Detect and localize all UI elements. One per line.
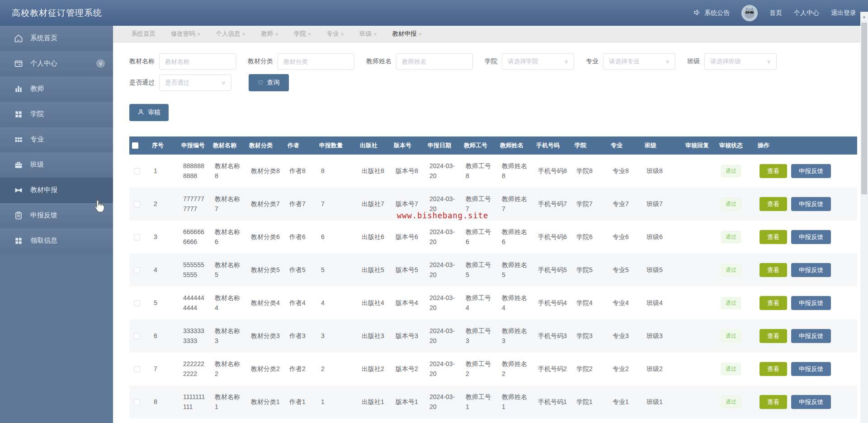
query-button[interactable]: ♡查询 (249, 74, 289, 91)
tab-8[interactable]: 教材申报× (392, 30, 422, 38)
close-icon[interactable]: × (308, 31, 311, 38)
status-badge: 通过 (721, 198, 741, 210)
row-checkbox[interactable] (134, 168, 140, 174)
tab-6[interactable]: 专业× (326, 30, 344, 38)
sidebar-item-8[interactable]: 申报反馈 (0, 203, 113, 228)
close-icon[interactable]: × (340, 31, 344, 38)
sidebar-item-5[interactable]: 专业 (0, 127, 113, 152)
row-checkbox[interactable] (134, 300, 140, 306)
scrollbar[interactable]: ▲ (860, 12, 868, 423)
view-button[interactable]: 查看 (760, 362, 787, 376)
table-row: 81111111111教材名称1教材分类1作者11出版社1版本号12024-03… (129, 385, 857, 418)
sidebar-item-label: 班级 (30, 160, 44, 169)
tab-4[interactable]: 教师× (261, 30, 278, 38)
filter-label: 是否通过 (129, 79, 155, 87)
view-button[interactable]: 查看 (760, 230, 787, 244)
tab-7[interactable]: 班级× (359, 30, 377, 38)
feedback-button[interactable]: 申报反馈 (791, 395, 831, 409)
row-checkbox[interactable] (134, 399, 140, 405)
view-button[interactable]: 查看 (760, 164, 787, 178)
id-card-icon (14, 59, 24, 69)
select-placeholder: 是否通过 (165, 79, 189, 87)
close-icon[interactable]: × (275, 31, 278, 38)
sidebar-item-3[interactable]: 教师 (0, 76, 113, 102)
sidebar-item-9[interactable]: 领取信息 (0, 228, 113, 254)
teacher-name-input[interactable] (396, 53, 473, 70)
cell-major: 专业7 (608, 188, 642, 221)
close-icon[interactable]: × (197, 31, 201, 38)
feedback-button[interactable]: 申报反馈 (791, 362, 831, 376)
chevron-down-icon[interactable]: ∨ (96, 59, 105, 68)
cell-reply (683, 254, 717, 287)
avatar[interactable] (741, 5, 758, 21)
cell-author: 作者7 (285, 188, 316, 221)
major-select[interactable]: 请选择专业∨ (603, 53, 675, 70)
cell-version: 版本号6 (391, 221, 425, 254)
cell-teacher-id: 教师工号6 (461, 221, 497, 254)
tab-1[interactable]: 系统首页 (131, 30, 156, 38)
column-header: 序号 (149, 136, 179, 155)
cell-college: 学院7 (572, 188, 608, 221)
cell-quantity: 6 (316, 221, 357, 254)
cell-name: 教材名称7 (210, 188, 246, 221)
feedback-button[interactable]: 申报反馈 (791, 296, 831, 310)
sidebar-item-4[interactable]: 学院 (0, 102, 113, 127)
feedback-button[interactable]: 申报反馈 (791, 230, 831, 244)
select-all-checkbox[interactable] (132, 142, 138, 149)
table-row: 54444444444教材名称4教材分类4作者44出版社4版本号42024-03… (129, 287, 857, 320)
pass-select[interactable]: 是否通过∨ (159, 75, 231, 91)
column-header: 专业 (608, 136, 642, 155)
cell-college: 学院2 (572, 352, 608, 385)
cell-author: 作者6 (285, 221, 316, 254)
feedback-button[interactable]: 申报反馈 (791, 263, 831, 277)
cell-date: 2024-03-20 (425, 352, 461, 385)
audit-button[interactable]: 审核 (129, 104, 169, 121)
cell-phone: 手机号码1 (533, 385, 572, 418)
nav-logout[interactable]: 退出登录 (831, 9, 856, 17)
chevron-down-icon: ∨ (222, 80, 226, 86)
tab-3[interactable]: 个人信息× (216, 30, 246, 38)
close-icon[interactable]: × (242, 31, 246, 38)
feedback-button[interactable]: 申报反馈 (791, 164, 831, 178)
sidebar-item-label: 学院 (30, 110, 44, 118)
scroll-up-icon[interactable]: ▲ (860, 12, 868, 19)
nav-home[interactable]: 首页 (769, 9, 782, 17)
tab-2[interactable]: 修改密码× (171, 30, 201, 38)
row-checkbox[interactable] (134, 333, 140, 339)
cell-publisher: 出版社1 (357, 385, 391, 418)
row-checkbox[interactable] (134, 201, 140, 207)
cell-reply (683, 221, 717, 254)
column-header: 审核回复 (683, 136, 717, 155)
row-checkbox[interactable] (134, 267, 140, 273)
sidebar-item-6[interactable]: 班级 (0, 152, 113, 178)
nav-personal-center[interactable]: 个人中心 (794, 9, 819, 17)
class-select[interactable]: 请选择班级∨ (704, 53, 777, 70)
view-button[interactable]: 查看 (760, 329, 787, 343)
row-checkbox[interactable] (134, 366, 140, 372)
sidebar-item-label: 申报反馈 (30, 211, 57, 220)
cell-phone: 手机号码4 (533, 287, 572, 320)
row-checkbox[interactable] (134, 234, 140, 240)
scrollbar-thumb[interactable] (861, 23, 867, 194)
close-icon[interactable]: × (373, 31, 377, 38)
view-button[interactable]: 查看 (760, 197, 787, 211)
sidebar-item-2[interactable]: 个人中心∨ (0, 51, 113, 76)
announcement-link[interactable]: 系统公告 (693, 9, 730, 18)
sidebar-item-1[interactable]: 系统首页 (0, 26, 113, 51)
cell-name: 教材名称8 (210, 155, 246, 188)
cell-category: 教材分类2 (246, 352, 285, 385)
chevron-down-icon: ∨ (564, 58, 568, 65)
cell-version: 版本号7 (391, 188, 425, 221)
textbook-category-input[interactable] (278, 53, 354, 70)
column-header: 操作 (755, 136, 857, 155)
close-icon[interactable]: × (419, 31, 422, 38)
view-button[interactable]: 查看 (760, 263, 787, 277)
view-button[interactable]: 查看 (760, 296, 787, 310)
feedback-button[interactable]: 申报反馈 (791, 329, 831, 343)
college-select[interactable]: 请选择学院∨ (502, 53, 574, 70)
tab-5[interactable]: 学院× (294, 30, 311, 38)
view-button[interactable]: 查看 (760, 395, 787, 409)
sidebar-item-7[interactable]: 教材申报 (0, 178, 113, 203)
textbook-name-input[interactable] (159, 53, 236, 70)
feedback-button[interactable]: 申报反馈 (791, 197, 831, 211)
